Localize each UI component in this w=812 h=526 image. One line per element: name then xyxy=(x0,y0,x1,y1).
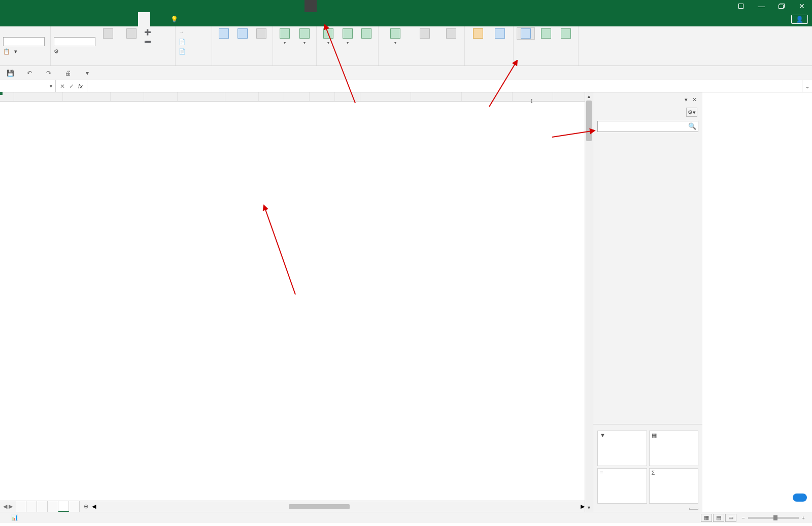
select[interactable]: ▾ xyxy=(339,27,356,45)
redo-icon[interactable]: ↷ xyxy=(44,68,54,78)
collapse-field[interactable]: ➖ xyxy=(144,37,153,46)
sheet-tab[interactable] xyxy=(69,501,80,512)
zoom-in[interactable]: + xyxy=(802,515,805,521)
col-H[interactable] xyxy=(225,92,259,101)
spreadsheet-grid[interactable] xyxy=(0,102,585,501)
zoom-slider[interactable] xyxy=(748,517,799,519)
values-area[interactable]: Σ xyxy=(649,468,699,504)
col-N[interactable] xyxy=(411,92,462,101)
fields-items-sets[interactable]: ▾ xyxy=(382,27,409,45)
share-button[interactable]: 👤 xyxy=(791,15,808,24)
col-L[interactable] xyxy=(335,92,360,101)
col-I[interactable] xyxy=(259,92,284,101)
tab-design[interactable] xyxy=(150,12,162,26)
col-F[interactable] xyxy=(144,92,178,101)
pane-close-icon[interactable]: ✕ xyxy=(690,95,698,104)
name-box[interactable]: ▼ xyxy=(0,80,56,92)
sheet-tab[interactable] xyxy=(16,501,26,512)
pt-name-input[interactable] xyxy=(3,37,45,46)
field-headers[interactable] xyxy=(557,27,575,40)
pane-search-input[interactable] xyxy=(597,121,698,132)
recommended-pivot[interactable] xyxy=(490,27,511,40)
save-icon[interactable]: 💾 xyxy=(5,68,15,78)
tab-data[interactable] xyxy=(65,12,77,26)
undo-icon[interactable]: ↶ xyxy=(24,68,35,78)
col-C[interactable] xyxy=(14,92,63,101)
col-O[interactable] xyxy=(462,92,513,101)
enter-icon[interactable]: ✓ xyxy=(69,83,74,90)
tab-review[interactable] xyxy=(77,12,89,26)
change-data-source[interactable]: ▾ xyxy=(296,27,314,45)
zoom-out[interactable]: − xyxy=(741,515,745,521)
restore-button[interactable] xyxy=(771,0,792,12)
split-handle-icon[interactable]: ↕ xyxy=(530,96,533,105)
name-box-input[interactable] xyxy=(3,83,39,90)
insert-timeline[interactable] xyxy=(234,27,251,40)
field-list-toggle[interactable] xyxy=(517,27,535,40)
insert-slicer[interactable] xyxy=(215,27,232,40)
tell-me[interactable]: 💡 xyxy=(171,12,181,26)
expand-field[interactable]: ➕ xyxy=(144,27,153,37)
af-input[interactable] xyxy=(54,37,95,46)
qat-more-icon[interactable]: ▾ xyxy=(82,68,92,78)
tab-baidu[interactable] xyxy=(126,12,138,26)
pivot-chart[interactable] xyxy=(468,27,488,40)
filter-area[interactable]: ▼ xyxy=(597,431,647,466)
view-page-break[interactable]: ▭ xyxy=(725,514,736,522)
scroll-thumb[interactable] xyxy=(586,101,592,141)
sheet-nav[interactable]: ◀ ▶ xyxy=(0,501,16,512)
ribbon-display-options[interactable] xyxy=(731,0,751,12)
field-settings[interactable]: ⚙ xyxy=(54,47,95,56)
col-M[interactable] xyxy=(360,92,411,101)
add-sheet-button[interactable]: ⊕ xyxy=(80,501,92,512)
col-J[interactable] xyxy=(284,92,310,101)
col-E[interactable] xyxy=(111,92,144,101)
scroll-up[interactable]: ▲ xyxy=(585,92,593,101)
pane-settings-button[interactable]: ⚙▾ xyxy=(686,108,697,117)
sheet-tab[interactable] xyxy=(48,501,58,512)
formula-input[interactable] xyxy=(90,83,799,90)
view-normal[interactable]: ▦ xyxy=(701,514,712,522)
group-show xyxy=(517,64,575,65)
fx-icon[interactable]: fx xyxy=(78,83,83,90)
cancel-icon[interactable]: ✕ xyxy=(60,83,65,90)
col-G[interactable] xyxy=(178,92,225,101)
clear[interactable]: ▾ xyxy=(320,27,337,45)
tab-pdf[interactable] xyxy=(114,12,126,26)
filter-icon: ▼ xyxy=(600,432,605,438)
tab-view[interactable] xyxy=(89,12,101,26)
sheet-tab[interactable] xyxy=(37,501,48,512)
rows-area[interactable]: ≡ xyxy=(597,468,647,504)
tab-formulas[interactable] xyxy=(53,12,65,26)
refresh[interactable]: ▾ xyxy=(276,27,294,45)
vertical-scrollbar[interactable]: ▲ ▼ xyxy=(585,92,593,512)
horizontal-scrollbar[interactable]: ◀▶ xyxy=(92,501,585,512)
formula-bar[interactable] xyxy=(87,80,802,92)
tab-insert[interactable] xyxy=(28,12,41,26)
update-button[interactable] xyxy=(689,508,698,510)
pane-dropdown-icon[interactable]: ▾ xyxy=(682,95,690,104)
more-tables-link[interactable] xyxy=(593,138,702,144)
sheet-tab[interactable] xyxy=(26,501,37,512)
tab-file[interactable] xyxy=(4,12,16,26)
sheet-tab-active[interactable] xyxy=(58,501,69,512)
tab-developer[interactable] xyxy=(101,12,114,26)
expand-formula-bar[interactable]: ⌄ xyxy=(802,80,812,92)
select-all-corner[interactable] xyxy=(0,92,14,101)
col-K[interactable] xyxy=(310,92,335,101)
move-pivot[interactable] xyxy=(358,27,375,40)
print-icon[interactable]: 🖨 xyxy=(63,68,73,78)
pt-options[interactable]: 📋 ▾ xyxy=(3,47,45,56)
drill-up xyxy=(121,27,142,40)
col-D[interactable] xyxy=(63,92,111,101)
view-page-layout[interactable]: ▤ xyxy=(713,514,724,522)
plus-minus-buttons[interactable] xyxy=(537,27,555,40)
scroll-down[interactable]: ▼ xyxy=(585,504,593,512)
minimize-button[interactable]: — xyxy=(751,0,771,12)
tab-home[interactable] xyxy=(16,12,28,26)
tab-analyze[interactable] xyxy=(138,12,150,26)
columns-area[interactable]: ▦ xyxy=(649,431,699,466)
close-button[interactable]: ✕ xyxy=(792,0,812,12)
tab-page-layout[interactable] xyxy=(41,12,53,26)
name-box-dropdown-icon[interactable]: ▼ xyxy=(49,84,53,89)
